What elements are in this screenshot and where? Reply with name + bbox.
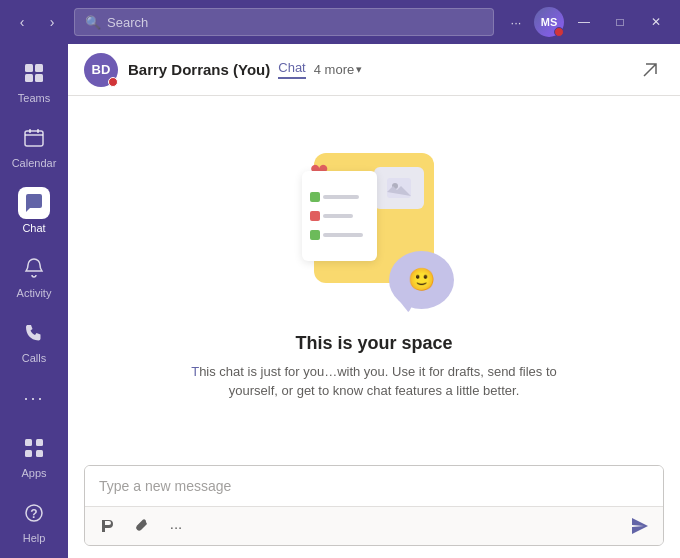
svg-rect-4 xyxy=(25,131,43,146)
more-tabs-label: 4 more xyxy=(314,62,354,77)
sidebar-item-help[interactable]: ? Help xyxy=(4,489,64,552)
chat-header-info: Barry Dorrans (You) Chat 4 more ▾ xyxy=(128,60,362,79)
apps-label: Apps xyxy=(21,467,46,479)
welcome-title: This is your space xyxy=(295,333,452,354)
main-layout: Teams Calendar Chat xyxy=(0,44,680,558)
check-box-red xyxy=(310,211,320,221)
welcome-illustration: ❤ xyxy=(294,153,454,313)
calls-label: Calls xyxy=(22,352,46,364)
sidebar-item-apps[interactable]: Apps xyxy=(4,424,64,487)
calendar-icon xyxy=(18,122,50,154)
apps-icon xyxy=(18,432,50,464)
calendar-label: Calendar xyxy=(12,157,57,169)
illus-speech-bubble: 🙂 xyxy=(389,251,454,309)
svg-rect-0 xyxy=(25,64,33,72)
maximize-button[interactable]: □ xyxy=(604,8,636,36)
activity-icon xyxy=(18,252,50,284)
sidebar-item-more[interactable]: ··· xyxy=(4,374,64,422)
check-box-green-1 xyxy=(310,192,320,202)
expand-button[interactable] xyxy=(636,56,664,84)
chat-header-avatar-initials: BD xyxy=(92,62,111,77)
nav-buttons: ‹ › xyxy=(8,8,66,36)
message-toolbar: ··· xyxy=(85,506,663,545)
welcome-desc-text: his chat is just for you…with you. Use i… xyxy=(199,364,557,399)
title-bar: ‹ › 🔍 ··· MS — □ ✕ xyxy=(0,0,680,44)
chat-header-name: Barry Dorrans (You) xyxy=(128,61,270,78)
teams-label: Teams xyxy=(18,92,50,104)
more-icon: ··· xyxy=(18,382,50,414)
chevron-down-icon: ▾ xyxy=(356,63,362,76)
search-input[interactable] xyxy=(107,15,483,30)
more-options-button[interactable]: ··· xyxy=(502,8,530,36)
sidebar: Teams Calendar Chat xyxy=(0,44,68,558)
avatar-status-badge xyxy=(554,27,564,37)
chat-header-avatar: BD xyxy=(84,53,118,87)
teams-icon xyxy=(18,57,50,89)
help-label: Help xyxy=(23,532,46,544)
svg-rect-1 xyxy=(35,64,43,72)
illus-photo-icon xyxy=(374,167,424,209)
sidebar-item-calls[interactable]: Calls xyxy=(4,309,64,372)
smiley-icon: 🙂 xyxy=(408,267,435,293)
format-button[interactable] xyxy=(93,511,123,541)
chat-header-status-dot xyxy=(108,77,118,87)
content-area: BD Barry Dorrans (You) Chat 4 more ▾ xyxy=(68,44,680,558)
svg-rect-8 xyxy=(25,439,32,446)
search-icon: 🔍 xyxy=(85,15,101,30)
more-tools-button[interactable]: ··· xyxy=(161,511,191,541)
activity-label: Activity xyxy=(17,287,52,299)
search-bar[interactable]: 🔍 xyxy=(74,8,494,36)
illus-checklist-card xyxy=(302,171,377,261)
check-line-1 xyxy=(323,195,359,199)
title-bar-actions: ··· MS — □ ✕ xyxy=(502,7,672,37)
minimize-button[interactable]: — xyxy=(568,8,600,36)
send-button[interactable] xyxy=(625,511,655,541)
svg-rect-11 xyxy=(36,450,43,457)
close-button[interactable]: ✕ xyxy=(640,8,672,36)
more-tabs-button[interactable]: 4 more ▾ xyxy=(314,62,362,77)
chat-messages: ❤ xyxy=(68,96,680,457)
sidebar-item-activity[interactable]: Activity xyxy=(4,244,64,307)
attach-button[interactable] xyxy=(127,511,157,541)
calls-icon xyxy=(18,317,50,349)
svg-rect-10 xyxy=(25,450,32,457)
sidebar-item-teams[interactable]: Teams xyxy=(4,49,64,112)
message-input-box: ··· xyxy=(84,465,664,546)
check-box-green-2 xyxy=(310,230,320,240)
svg-text:?: ? xyxy=(30,507,37,521)
back-button[interactable]: ‹ xyxy=(8,8,36,36)
welcome-description: This chat is just for you…with you. Use … xyxy=(184,362,564,401)
forward-button[interactable]: › xyxy=(38,8,66,36)
svg-rect-9 xyxy=(36,439,43,446)
header-name-row: Barry Dorrans (You) Chat 4 more ▾ xyxy=(128,60,362,79)
chat-icon xyxy=(18,187,50,219)
welcome-desc-highlight: T xyxy=(191,364,199,379)
chat-tab-label[interactable]: Chat xyxy=(278,60,305,79)
check-line-2 xyxy=(323,214,353,218)
svg-rect-2 xyxy=(25,74,33,82)
help-icon: ? xyxy=(18,497,50,529)
sidebar-item-chat[interactable]: Chat xyxy=(4,179,64,242)
user-avatar[interactable]: MS xyxy=(534,7,564,37)
svg-rect-3 xyxy=(35,74,43,82)
chat-header: BD Barry Dorrans (You) Chat 4 more ▾ xyxy=(68,44,680,96)
sidebar-item-calendar[interactable]: Calendar xyxy=(4,114,64,177)
message-input-area: ··· xyxy=(68,457,680,558)
chat-label: Chat xyxy=(22,222,45,234)
message-input[interactable] xyxy=(85,466,663,506)
check-line-3 xyxy=(323,233,363,237)
